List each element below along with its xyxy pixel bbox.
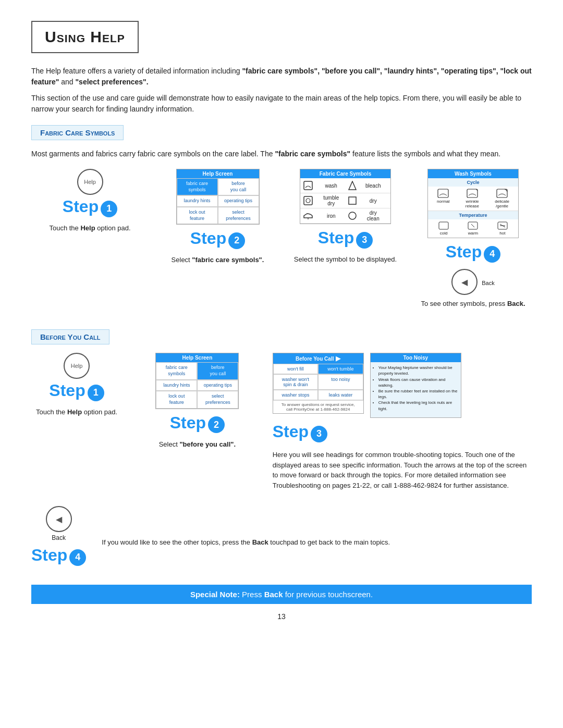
ws-title: Wash Symbols — [428, 169, 518, 178]
s2-step3-label: Step — [273, 422, 309, 441]
dry-clean-icon — [347, 210, 358, 221]
fcs-tumble-label: tumbledry — [316, 195, 347, 206]
step2-col: Help Screen fabric caresymbols beforeyou… — [159, 169, 276, 265]
wash-icon — [302, 180, 314, 191]
tn-title: Too Noisy — [371, 353, 461, 362]
s2-back-col: ◀ Back Step 4 — [31, 506, 86, 569]
ws-wrinkle-icon: wrinklerelease — [466, 189, 479, 208]
ws-hot-icon: hot — [497, 221, 508, 236]
ws-normal-icon: normal — [437, 189, 449, 208]
back-label-s1: Back — [482, 280, 494, 286]
tn-screen: Too Noisy Your Maytag Neptune washer sho… — [370, 353, 461, 418]
step2-num: 2 — [228, 232, 245, 249]
ws-cycle-icons: normal wrinklerelease delicate/gentle — [428, 187, 518, 211]
help-screen-mockup: Help Screen fabric caresymbols beforeyou… — [176, 169, 260, 225]
fcs-dryclean-label: dryclean — [358, 210, 389, 221]
screen-cell-lockout: lock outfeature — [177, 207, 218, 224]
section1-header: Fabric Care Symbols — [31, 125, 124, 140]
screen1-grid: fabric caresymbols beforeyou call laundr… — [177, 178, 259, 224]
fcs-screen-mockup: Fabric Care Symbols wash bleach tumbledr… — [300, 169, 391, 224]
ws-temp-bar: Temperature — [428, 211, 518, 219]
ws-cycle-bar: Cycle — [428, 178, 518, 187]
bleach-icon — [347, 180, 358, 191]
help-circle-icon: Help — [77, 169, 103, 195]
ws-delicate-icon: delicate/gentle — [495, 189, 509, 208]
fcs-dry-label: dry — [358, 198, 389, 204]
page-title: Using Help — [45, 28, 125, 45]
step3-col: Fabric Care Symbols wash bleach tumbledr… — [287, 169, 404, 264]
iron-icon — [302, 210, 314, 221]
s2-cell-laundry: laundry hints — [156, 380, 197, 391]
byc-washer-spin: washer won'tspin & drain — [273, 374, 319, 390]
step4-num: 4 — [484, 246, 500, 263]
section1-desc: Most garments and fabrics carry fabric c… — [31, 149, 532, 159]
tumble-dry-icon — [302, 195, 314, 206]
step2-desc: Select "fabric care symbols". — [172, 255, 264, 265]
s2-step1-num: 1 — [88, 385, 104, 401]
screen1-title: Help Screen — [177, 169, 259, 178]
step4-desc: To see other symbols, press Back. — [421, 299, 525, 309]
step4-label: Step — [446, 242, 482, 262]
s2-back-circle: ◀ — [46, 506, 72, 532]
fcs-wash-label: wash — [316, 183, 347, 189]
intro-paragraph1: The Help feature offers a variety of det… — [31, 66, 532, 88]
fcs-row-iron: iron dryclean — [300, 208, 390, 224]
s2-help-circle: Help — [64, 353, 90, 379]
svg-point-3 — [306, 199, 310, 203]
byc-toonoisy: too noisy — [318, 374, 363, 390]
step1-label: Step — [63, 197, 99, 216]
byc-wontfill: won't fill — [273, 364, 319, 374]
svg-rect-10 — [497, 189, 507, 198]
page-number: 13 — [31, 612, 532, 621]
screen-cell-select: selectpreferences — [218, 207, 259, 224]
byc-screen: Before You Call ▶ won't fill won't tumbl… — [273, 353, 364, 414]
byc-grid: won't fill won't tumble washer won'tspin… — [273, 364, 363, 400]
ws-screen-mockup: Wash Symbols Cycle normal wrinklerelease… — [427, 169, 519, 238]
svg-rect-8 — [467, 189, 478, 198]
s2-step1-label: Step — [49, 381, 85, 400]
svg-rect-7 — [438, 189, 448, 198]
title-box: Using Help — [31, 21, 139, 53]
step2-label: Step — [190, 229, 226, 248]
section2: Before You Call Help Step 1 Touch the He… — [31, 324, 532, 569]
s2-cell-select: selectpreferences — [197, 391, 238, 408]
section2-header-text: Before You Call — [40, 332, 101, 341]
svg-rect-0 — [304, 181, 312, 190]
back-circle-icon: ◀ — [451, 269, 478, 295]
screen-cell-before: beforeyou call — [218, 178, 259, 195]
s2-step2-num: 2 — [208, 416, 225, 433]
s2-step3-num: 3 — [311, 426, 327, 442]
s2-step3-col: Before You Call ▶ won't fill won't tumbl… — [273, 353, 532, 490]
s2-step4-label: Step — [31, 546, 67, 565]
s2-step4-desc: If you would like to see the other topic… — [102, 537, 390, 548]
fcs-bleach-label: bleach — [358, 183, 389, 189]
s2-help-screen: Help Screen fabric caresymbols beforeyou… — [155, 353, 239, 409]
svg-point-6 — [349, 212, 356, 219]
s2-step2-desc: Select "before you call". — [159, 440, 236, 449]
screen-cell-fabric: fabric caresymbols — [177, 178, 218, 195]
s2-step2-col: Help Screen fabric caresymbols beforeyou… — [132, 353, 262, 449]
s2-step1-col: Help Step 1 Touch the Help option pad. — [31, 353, 122, 417]
s2-screen1-grid: fabric caresymbols beforeyou call laundr… — [156, 362, 238, 408]
help-label: Help — [84, 179, 96, 185]
step3-num: 3 — [356, 232, 373, 249]
byc-washerstops: washer stops — [273, 390, 319, 400]
step1-desc: Touch the Help option pad. — [49, 224, 130, 233]
ws-cold-icon: cold — [438, 221, 449, 236]
svg-rect-2 — [304, 196, 312, 205]
fcs-screen-title: Fabric Care Symbols — [300, 169, 390, 178]
step1-col: Help Step 1 Touch the Help option pad. — [31, 169, 149, 233]
tn-content: Your Maytag Neptune washer should be pro… — [371, 362, 461, 414]
special-note-bar: Special Note: Press Back for previous to… — [31, 585, 532, 604]
intro-paragraph2: This section of the use and care guide w… — [31, 93, 532, 115]
svg-rect-4 — [349, 197, 356, 204]
byc-wonttumble: won't tumble — [318, 364, 363, 374]
s2-help-label: Help — [71, 363, 83, 369]
svg-line-15 — [471, 224, 474, 227]
s2-step4-num: 4 — [69, 549, 86, 566]
byc-leaks: leaks water — [318, 390, 363, 400]
step3-label: Step — [318, 228, 354, 248]
step3-desc: Select the symbol to be displayed. — [294, 255, 397, 264]
s2-back-label: Back — [52, 534, 66, 541]
ws-warm-icon: warm — [468, 221, 478, 236]
